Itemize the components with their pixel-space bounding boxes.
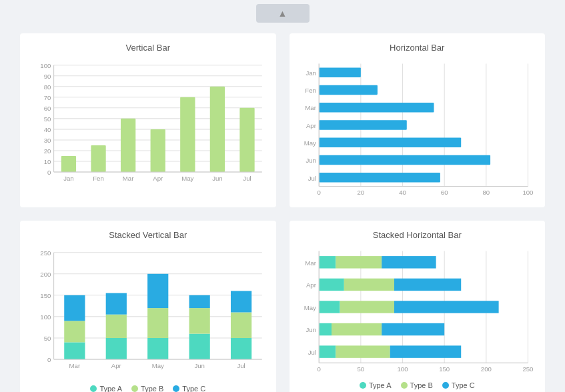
svg-text:250: 250 (522, 365, 533, 373)
svg-rect-124 (319, 323, 332, 335)
svg-rect-94 (231, 338, 251, 359)
svg-rect-60 (319, 155, 490, 165)
legend-dot (90, 385, 97, 392)
svg-text:80: 80 (482, 189, 490, 196)
svg-rect-34 (239, 108, 254, 172)
chart-title-vertical-bar: Vertical Bar (27, 43, 269, 53)
stacked-horizontal-bar-chart: 050100150200250MarAprMayJunJul (296, 245, 539, 377)
svg-text:10: 10 (44, 158, 51, 165)
svg-text:Apr: Apr (153, 175, 163, 182)
chart-legend: Type AType BType C (296, 381, 539, 389)
svg-rect-80 (64, 295, 85, 321)
svg-text:Jun: Jun (306, 326, 316, 333)
legend-label: Type A (369, 381, 392, 389)
svg-text:0: 0 (47, 356, 51, 363)
legend-label: Type A (99, 385, 122, 392)
svg-rect-22 (61, 156, 76, 172)
legend-dot (360, 382, 366, 389)
svg-rect-54 (319, 103, 434, 112)
svg-rect-84 (106, 293, 127, 314)
svg-rect-92 (189, 295, 210, 308)
svg-text:40: 40 (44, 126, 51, 133)
legend-label: Type B (410, 381, 433, 389)
svg-text:100: 100 (40, 62, 51, 69)
svg-text:May: May (152, 362, 164, 369)
legend-dot (401, 382, 408, 389)
svg-text:Jun: Jun (194, 362, 205, 369)
svg-text:Jul: Jul (308, 175, 316, 182)
svg-text:50: 50 (44, 335, 51, 342)
svg-text:0: 0 (317, 365, 320, 373)
svg-rect-129 (336, 345, 390, 357)
svg-rect-125 (332, 323, 382, 335)
svg-rect-86 (147, 338, 168, 359)
svg-rect-126 (382, 323, 444, 335)
svg-rect-120 (319, 301, 340, 313)
svg-text:May: May (304, 304, 316, 311)
svg-text:Jul: Jul (243, 175, 251, 182)
svg-text:Mar: Mar (305, 259, 316, 266)
legend-dot (442, 382, 449, 389)
scroll-up-btn[interactable]: ▲ (256, 4, 310, 23)
svg-text:100: 100 (40, 313, 51, 321)
svg-rect-30 (180, 97, 195, 172)
svg-text:150: 150 (439, 365, 450, 373)
svg-rect-117 (344, 278, 394, 290)
svg-rect-88 (147, 274, 168, 308)
svg-text:Fen: Fen (305, 87, 316, 94)
svg-rect-58 (319, 138, 461, 147)
svg-text:Apr: Apr (306, 122, 316, 129)
vertical-bar-chart: 0102030405060708090100JanFenMarAprMayJun… (27, 58, 269, 193)
svg-text:250: 250 (40, 249, 51, 257)
svg-rect-62 (319, 173, 440, 182)
legend-item: Type A (360, 381, 392, 389)
svg-text:60: 60 (440, 189, 448, 196)
svg-rect-52 (319, 85, 378, 95)
svg-text:50: 50 (44, 115, 51, 123)
svg-rect-118 (394, 278, 460, 290)
svg-text:0: 0 (317, 189, 320, 196)
svg-text:40: 40 (399, 189, 406, 196)
chart-panel-stacked-vertical-bar: Stacked Vertical Bar050100150200250MarAp… (20, 221, 276, 392)
legend-item: Type B (401, 381, 433, 389)
legend-label: Type C (182, 385, 205, 392)
svg-text:90: 90 (44, 73, 51, 80)
legend-item: Type C (173, 385, 205, 392)
svg-rect-116 (319, 278, 344, 290)
svg-rect-95 (231, 312, 251, 337)
svg-rect-26 (121, 119, 135, 172)
legend-label: Type B (141, 385, 163, 392)
legend-dot (131, 385, 138, 392)
legend-label: Type C (452, 381, 475, 389)
svg-text:60: 60 (44, 105, 51, 112)
chart-panel-vertical-bar: Vertical Bar0102030405060708090100JanFen… (20, 33, 276, 207)
svg-text:Mar: Mar (123, 175, 134, 182)
svg-text:Apr: Apr (111, 362, 122, 369)
svg-text:Fen: Fen (93, 175, 104, 182)
chart-legend: Type AType BType C (27, 385, 269, 392)
svg-rect-79 (64, 321, 85, 342)
chart-title-stacked-vertical-bar: Stacked Vertical Bar (27, 230, 269, 240)
svg-text:Mar: Mar (305, 104, 316, 111)
svg-rect-82 (106, 338, 127, 359)
svg-rect-121 (340, 301, 394, 313)
svg-rect-32 (210, 87, 225, 172)
svg-text:20: 20 (44, 147, 51, 155)
svg-text:Jul: Jul (237, 362, 245, 369)
chart-panel-stacked-horizontal-bar: Stacked Horizontal Bar050100150200250Mar… (290, 221, 546, 392)
svg-rect-50 (319, 67, 361, 77)
svg-rect-28 (151, 129, 165, 172)
svg-text:Jun: Jun (306, 157, 316, 164)
legend-item: Type A (90, 385, 122, 392)
svg-rect-130 (390, 345, 461, 357)
svg-rect-112 (319, 256, 336, 268)
svg-text:80: 80 (44, 83, 51, 91)
svg-rect-78 (64, 342, 85, 359)
charts-container: Vertical Bar0102030405060708090100JanFen… (0, 27, 565, 392)
stacked-vertical-bar-chart: 050100150200250MarAprMayJunJul (27, 245, 269, 381)
svg-text:20: 20 (357, 189, 364, 196)
chart-title-horizontal-bar: Horizontal Bar (296, 43, 539, 53)
chart-title-stacked-horizontal-bar: Stacked Horizontal Bar (296, 230, 539, 240)
svg-text:100: 100 (522, 189, 533, 196)
chart-panel-horizontal-bar: Horizontal Bar020406080100JanFenMarAprMa… (290, 33, 546, 207)
